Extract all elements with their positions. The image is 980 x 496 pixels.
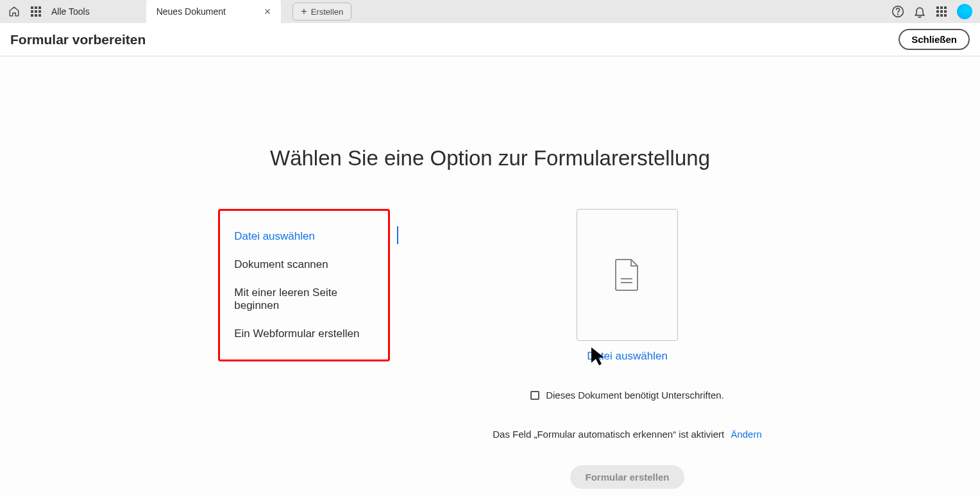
- home-icon[interactable]: [8, 5, 21, 18]
- main-heading: Wählen Sie eine Option zur Formularerste…: [270, 146, 710, 170]
- svg-rect-1: [35, 6, 37, 9]
- avatar[interactable]: [957, 4, 972, 19]
- grid-apps-icon[interactable]: [30, 5, 42, 18]
- svg-point-10: [898, 14, 899, 15]
- apps-grid-icon[interactable]: [935, 5, 948, 18]
- close-button[interactable]: Schließen: [899, 29, 970, 50]
- active-indicator: [397, 226, 398, 244]
- content-area: Wählen Sie eine Option zur Formularerste…: [0, 56, 980, 496]
- bell-icon[interactable]: [913, 5, 926, 18]
- select-file-link[interactable]: Datei auswählen: [587, 350, 668, 363]
- plus-icon: +: [301, 6, 307, 17]
- close-tab-icon[interactable]: ×: [264, 5, 271, 19]
- svg-rect-12: [940, 6, 943, 9]
- all-tools-link[interactable]: Alle Tools: [51, 6, 90, 17]
- preview-area: Datei auswählen Dieses Dokument benötigt…: [493, 209, 762, 496]
- top-bar: Alle Tools Neues Dokument × + Erstellen: [0, 0, 980, 23]
- option-web-form[interactable]: Ein Webformular erstellen: [220, 320, 388, 348]
- options-list: Datei auswählen Dokument scannen Mit ein…: [218, 209, 390, 361]
- svg-rect-5: [38, 10, 41, 13]
- svg-rect-6: [31, 14, 33, 17]
- top-bar-left: Alle Tools: [8, 5, 90, 18]
- file-preview-box[interactable]: [577, 209, 678, 341]
- create-form-button: Formular erstellen: [570, 465, 685, 489]
- svg-rect-16: [944, 10, 947, 13]
- svg-rect-7: [35, 14, 37, 17]
- svg-rect-18: [940, 14, 943, 17]
- page-title: Formular vorbereiten: [10, 32, 146, 47]
- svg-rect-0: [31, 6, 33, 9]
- tab-title: Neues Dokument: [156, 6, 226, 17]
- signature-checkbox[interactable]: [530, 391, 539, 400]
- options-area: Datei auswählen Dokument scannen Mit ein…: [218, 209, 762, 496]
- svg-rect-3: [31, 10, 33, 13]
- svg-rect-15: [940, 10, 943, 13]
- create-button[interactable]: + Erstellen: [292, 3, 351, 21]
- svg-rect-2: [38, 6, 41, 9]
- svg-rect-4: [35, 10, 37, 13]
- option-select-file[interactable]: Datei auswählen: [220, 222, 388, 251]
- svg-rect-8: [38, 14, 41, 17]
- document-icon: [613, 258, 641, 292]
- option-blank-page[interactable]: Mit einer leeren Seite beginnen: [220, 279, 388, 320]
- signature-checkbox-label: Dieses Dokument benötigt Unterschriften.: [546, 390, 724, 401]
- svg-rect-17: [936, 14, 939, 17]
- svg-rect-13: [944, 6, 947, 9]
- svg-rect-14: [936, 10, 939, 13]
- option-scan-document[interactable]: Dokument scannen: [220, 251, 388, 279]
- auto-detect-text: Das Feld „Formular automatisch erkennen“…: [493, 429, 724, 440]
- top-bar-right: [891, 4, 972, 19]
- svg-rect-11: [936, 6, 939, 9]
- header-row: Formular vorbereiten Schließen: [0, 23, 980, 56]
- document-tab[interactable]: Neues Dokument ×: [146, 0, 282, 23]
- create-label: Erstellen: [311, 7, 344, 17]
- auto-detect-row: Das Feld „Formular automatisch erkennen“…: [493, 429, 762, 440]
- help-icon[interactable]: [891, 5, 904, 18]
- svg-rect-19: [944, 14, 947, 17]
- signature-checkbox-row: Dieses Dokument benötigt Unterschriften.: [530, 390, 724, 401]
- auto-detect-change-link[interactable]: Ändern: [731, 429, 761, 440]
